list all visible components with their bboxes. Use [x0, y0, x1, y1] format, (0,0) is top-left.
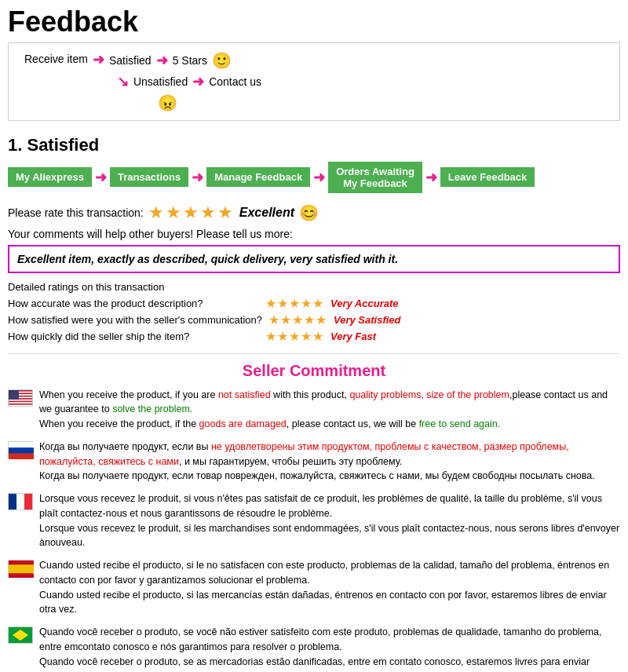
step-my-aliexpress[interactable]: My Aliexpress [8, 167, 92, 187]
step-orders-awaiting[interactable]: Orders Awaiting My Feedback [328, 162, 422, 193]
rating-row-2: How satisfied were you with the seller's… [8, 312, 620, 327]
commitment-en-text: When you receive the product, if you are… [39, 388, 620, 432]
rating-label-3: How quickly did the seller ship the item… [8, 331, 259, 342]
svg-rect-9 [9, 447, 34, 453]
five-stars-label: 5 Stars [173, 54, 207, 67]
nav-arrow-1: ➜ [95, 169, 107, 186]
rating-label-2: How satisfied were you with the seller's… [8, 314, 262, 326]
satisfied-label: Satisfied [109, 54, 152, 67]
divider [8, 353, 620, 354]
detailed-title: Detailed ratings on this transaction [8, 281, 620, 293]
unsatisfied-label: Unsatisfied [133, 75, 188, 88]
contact-us-label: Contact us [209, 75, 261, 88]
flag-ru [8, 441, 33, 458]
seller-commitment-section: Seller Commitment When you receive the p… [8, 362, 620, 672]
flag-us [8, 389, 33, 407]
rating-text-1: Very Accurate [330, 298, 398, 309]
rating-stars-3: ★★★★★ [265, 329, 324, 344]
nav-arrow-3: ➜ [313, 169, 325, 186]
rating-text-3: Very Fast [330, 331, 376, 342]
nav-arrow-2: ➜ [192, 169, 203, 186]
commitment-pt: Quando você receber o produto, se você n… [8, 625, 620, 672]
rating-stars-1: ★★★★★ [265, 296, 324, 311]
commitment-fr: Lorsque vous recevez le produit, si vous… [8, 491, 620, 550]
commitment-fr-text: Lorsque vous recevez le produit, si vous… [39, 491, 620, 550]
svg-rect-8 [9, 442, 34, 447]
happy-emoji: 😊 [299, 203, 319, 222]
arrow4: ➜ [192, 73, 204, 90]
svg-rect-12 [9, 565, 34, 574]
flag-fr [8, 493, 33, 510]
svg-rect-5 [9, 402, 33, 404]
section-satisfied-title: 1. Satisfied [8, 135, 620, 155]
seller-commitment-title: Seller Commitment [8, 362, 620, 380]
smile-emoji: 🙂 [212, 51, 232, 70]
step-manage-feedback[interactable]: Manage Feedback [206, 167, 310, 187]
rating-label-1: How accurate was the product description… [8, 298, 259, 309]
rating-text-2: Very Satisfied [334, 314, 401, 326]
commitment-ru: Когда вы получаете продукт, если вы не у… [8, 440, 620, 484]
feedback-flow-box: Receive item ➜ Satisfied ➜ 5 Stars 🙂 ↘ U… [8, 42, 620, 121]
detailed-ratings-section: Detailed ratings on this transaction How… [8, 281, 620, 344]
rate-text: Excellent [239, 206, 294, 220]
frown-emoji: 😠 [158, 93, 604, 112]
rate-prompt: Please rate this transaction: [8, 206, 144, 219]
rate-transaction-row: Please rate this transaction: ★★★★★ Exce… [8, 203, 620, 223]
rating-row-1: How accurate was the product description… [8, 296, 620, 311]
svg-rect-10 [9, 454, 34, 459]
step-navigation: My Aliexpress ➜ Transactions ➜ Manage Fe… [8, 162, 620, 193]
svg-rect-13 [9, 574, 34, 579]
arrow2: ➜ [156, 52, 168, 69]
flag-es [8, 560, 33, 577]
commitment-pt-text: Quando você receber o produto, se você n… [39, 625, 620, 672]
svg-rect-4 [9, 399, 33, 400]
commitment-es-text: Cuando usted recibe el producto, si le n… [39, 558, 620, 617]
rating-stars: ★★★★★ [148, 203, 235, 223]
svg-rect-6 [9, 404, 33, 406]
rating-row-3: How quickly did the seller ship the item… [8, 329, 620, 344]
flag-br [8, 626, 33, 644]
arrow3: ↘ [117, 73, 129, 90]
page-title: Feedback [8, 6, 620, 38]
step-leave-feedback[interactable]: Leave Feedback [440, 167, 535, 187]
arrow1: ➜ [93, 51, 104, 68]
commitment-ru-text: Когда вы получаете продукт, если вы не у… [39, 440, 620, 484]
commitment-en: When you receive the product, if you are… [8, 388, 620, 432]
comment-box: Excellent item, exactly as described, qu… [8, 245, 620, 273]
rating-stars-2: ★★★★★ [268, 312, 327, 327]
nav-arrow-4: ➜ [425, 169, 437, 186]
svg-rect-7 [9, 390, 19, 400]
step-transactions[interactable]: Transactions [110, 167, 188, 187]
commitment-es: Cuando usted recibe el producto, si le n… [8, 558, 620, 617]
receive-label: Receive item [24, 53, 88, 65]
svg-rect-11 [9, 561, 34, 565]
comment-prompt: Your comments will help other buyers! Pl… [8, 228, 620, 240]
